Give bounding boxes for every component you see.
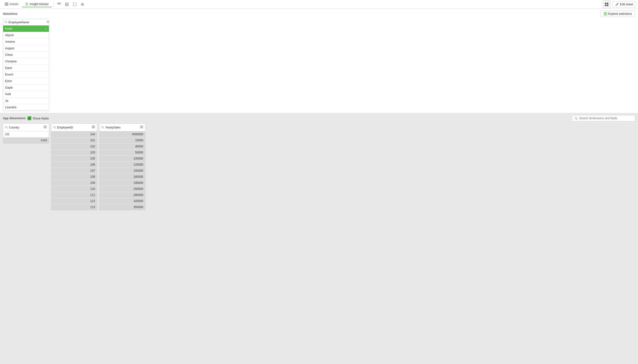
svg-rect-33 [44, 126, 47, 126]
dim-item[interactable]: 101 [51, 138, 97, 144]
menu-icon [140, 125, 143, 129]
dim-item[interactable]: 50000 [99, 150, 145, 156]
dim-item[interactable]: 40000 [99, 144, 145, 150]
dim-item[interactable]: 100000 [99, 156, 145, 162]
selection-item[interactable]: Kasie✓ [3, 26, 49, 32]
dim-item[interactable]: 109 [51, 180, 97, 186]
selection-item[interactable]: Antoine [3, 38, 49, 45]
dim-card-menu-btn[interactable] [92, 125, 95, 130]
svg-rect-34 [44, 127, 47, 127]
selection-search-input[interactable] [9, 21, 45, 24]
svg-line-22 [7, 22, 7, 23]
svg-line-37 [55, 128, 56, 129]
selection-list-container: Kasie✓AlysonAntoineAugustChloeChristineD… [3, 19, 49, 111]
dim-card-header: Country [3, 124, 49, 131]
selection-item[interactable]: Darin [3, 65, 49, 72]
selection-item[interactable]: Chloe [3, 52, 49, 58]
dim-item[interactable]: 125000 [99, 162, 145, 168]
svg-rect-35 [44, 128, 47, 128]
edit-sheet-button[interactable]: Edit sheet [612, 1, 636, 8]
dim-item[interactable]: 111 [51, 192, 97, 198]
dim-item[interactable]: 103 [51, 150, 97, 156]
toolbar-btn-3[interactable] [71, 1, 78, 8]
svg-rect-45 [140, 128, 143, 128]
dim-card-header: YearlySales [99, 124, 145, 131]
menu-icon [92, 125, 95, 129]
dim-item[interactable]: 107 [51, 168, 97, 174]
dim-card-items: USCAN [3, 131, 49, 143]
selection-item[interactable]: August [3, 45, 49, 52]
dim-item[interactable]: 325000 [99, 198, 145, 204]
dim-search-icon [53, 126, 56, 129]
selection-item[interactable]: Enoch [3, 72, 49, 78]
dim-card-menu-btn[interactable] [44, 125, 47, 130]
app-dimensions-bar: App dimensions Show fields [0, 113, 638, 122]
assets-icon [5, 2, 8, 6]
selection-item[interactable]: Erinn [3, 78, 49, 84]
svg-point-12 [82, 4, 83, 5]
dimensions-search-input[interactable] [579, 116, 632, 120]
selection-item[interactable]: Gayle [3, 84, 49, 91]
edit-sheet-label: Edit sheet [620, 3, 633, 6]
toolbar-btn-4[interactable] [79, 1, 86, 8]
dim-item[interactable]: 108 [51, 174, 97, 180]
selection-item[interactable]: Alyson [3, 32, 49, 38]
selections-panel: Selections Explore selections [0, 9, 638, 113]
dim-item[interactable]: 112 [51, 198, 97, 204]
dim-card-title: Country [9, 126, 42, 129]
dimensions-search-bar[interactable] [572, 115, 635, 122]
selection-search-bar [3, 19, 49, 26]
dim-item[interactable]: 15000 [99, 138, 145, 144]
tab-insight-advisor[interactable]: Insight Advisor [22, 2, 52, 7]
dim-item[interactable]: 150000 [99, 168, 145, 174]
selection-item[interactable]: Holli [3, 91, 49, 98]
selection-item[interactable]: Christine [3, 58, 49, 65]
dim-card-menu-btn[interactable] [140, 125, 143, 130]
dim-search-icon [5, 126, 8, 129]
svg-point-11 [81, 3, 84, 6]
svg-rect-18 [606, 12, 607, 14]
selections-header: Selections Explore selections [3, 11, 635, 17]
dim-item[interactable]: 250000 [99, 186, 145, 192]
topbar-right: Edit sheet [603, 0, 636, 8]
dimension-card: EmployeeID104101102103105106107108109110… [51, 123, 97, 210]
tab-insight-advisor-label: Insight Advisor [30, 2, 49, 6]
dim-item[interactable]: 350000 [99, 204, 145, 210]
svg-line-30 [577, 119, 578, 120]
svg-rect-16 [607, 4, 608, 6]
dim-item[interactable]: 185000 [99, 174, 145, 180]
dim-item[interactable]: 190000 [99, 180, 145, 186]
dim-item[interactable]: 4000000 [99, 131, 145, 138]
dim-item[interactable]: 280000 [99, 192, 145, 198]
show-fields-checkbox[interactable] [28, 116, 31, 120]
svg-rect-13 [605, 3, 606, 4]
selection-item[interactable]: Ja [3, 98, 49, 104]
toolbar-btn-2[interactable] [64, 1, 70, 8]
selection-item[interactable]: Lisandra [3, 104, 49, 111]
selection-items-list: Kasie✓AlysonAntoineAugustChloeChristineD… [3, 26, 49, 111]
list-icon [47, 20, 49, 23]
dim-item[interactable]: 102 [51, 144, 97, 150]
dimensions-area: CountryUSCANEmployeeID104101102103105106… [0, 122, 638, 364]
explore-selections-button[interactable]: Explore selections [600, 11, 635, 17]
selection-list-btn[interactable] [46, 20, 49, 24]
grid-view-icon [605, 2, 608, 6]
tab-assets[interactable]: Assets [2, 2, 21, 7]
dim-item[interactable]: US [3, 131, 49, 138]
dim-item[interactable]: 106 [51, 162, 97, 168]
dim-item[interactable]: 104 [51, 131, 97, 138]
svg-rect-39 [92, 127, 95, 127]
selection-search-icon [5, 21, 7, 24]
toolbar-btn-1[interactable] [56, 1, 63, 8]
dim-card-items: 4000000150004000050000100000125000150000… [99, 131, 145, 210]
svg-rect-15 [605, 4, 606, 6]
dim-item[interactable]: 113 [51, 204, 97, 210]
svg-rect-2 [5, 4, 6, 6]
svg-point-41 [102, 126, 103, 128]
svg-rect-43 [140, 126, 143, 126]
dim-item[interactable]: CAN [3, 138, 49, 143]
dim-item[interactable]: 105 [51, 156, 97, 162]
dim-item[interactable]: 110 [51, 186, 97, 192]
check-icon: ✓ [45, 27, 47, 30]
grid-view-btn[interactable] [603, 0, 610, 8]
